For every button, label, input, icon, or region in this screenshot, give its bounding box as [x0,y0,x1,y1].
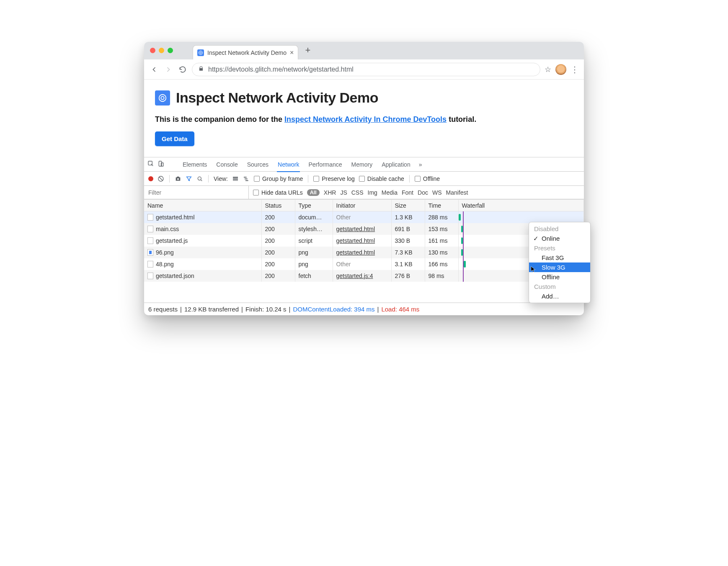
devtools-tab-sources[interactable]: Sources [246,157,269,172]
initiator-link[interactable]: getstarted.html [336,226,375,232]
type-filter-img[interactable]: Img [368,189,377,196]
intro-text-post: tutorial. [449,115,476,123]
view-large-icon[interactable] [232,175,239,182]
status-load: Load: 464 ms [381,306,419,313]
cell-status: 200 [261,247,295,258]
cell-time: 98 ms [425,270,458,282]
svg-rect-12 [233,180,238,180]
reload-button[interactable] [178,65,188,74]
filter-input[interactable] [144,186,249,199]
cell-status: 200 [261,211,295,223]
type-filter-js[interactable]: JS [340,189,347,196]
menu-section-disabled: Disabled [529,224,590,234]
devtools-tab-elements[interactable]: Elements [182,157,208,172]
table-row[interactable]: getstarted.js200scriptgetstarted.html330… [144,235,584,247]
back-button[interactable] [149,65,159,74]
clear-icon[interactable] [157,175,164,182]
tutorial-link[interactable]: Inspect Network Activity In Chrome DevTo… [284,115,447,123]
filter-icon[interactable] [186,175,192,182]
type-filter-ws[interactable]: WS [432,189,442,196]
minimize-window-icon[interactable] [159,48,164,53]
type-filter-all[interactable]: All [307,189,320,196]
column-header-time[interactable]: Time [425,200,458,211]
type-filter-media[interactable]: Media [382,189,398,196]
table-row[interactable]: getstarted.json200fetchgetstarted.js:427… [144,270,584,282]
svg-point-1 [200,52,201,54]
menu-option-slow-3g[interactable]: Slow 3G [529,262,590,272]
table-row[interactable]: 96.png200pnggetstarted.html7.3 KB130 ms [144,247,584,258]
tab-strip: Inspect Network Activity Demo × + [144,42,584,59]
address-bar[interactable]: https://devtools.glitch.me/network/getst… [192,63,540,76]
initiator-link[interactable]: getstarted.html [336,249,375,256]
svg-point-0 [199,51,203,54]
table-row[interactable]: main.css200stylesh…getstarted.html691 B1… [144,223,584,235]
window-controls[interactable] [150,48,173,53]
forward-button[interactable] [163,65,173,74]
search-icon[interactable] [196,175,203,182]
svg-rect-15 [245,180,248,181]
status-dcl: DOMContentLoaded: 394 ms [293,306,374,313]
offline-checkbox[interactable]: Offline [415,175,440,182]
cell-time: 288 ms [425,211,458,223]
column-header-size[interactable]: Size [391,200,425,211]
menu-option-fast-3g[interactable]: Fast 3G [529,253,590,262]
file-name: 48.png [156,261,174,268]
device-toggle-icon[interactable] [157,160,164,168]
devtools-tab-console[interactable]: Console [215,157,238,172]
close-tab-icon[interactable]: × [290,49,294,56]
page-title: Inspect Network Activity Demo [176,90,378,106]
cell-size: 7.3 KB [391,247,425,258]
devtools-tab-network[interactable]: Network [277,157,300,172]
cell-initiator: Other [333,211,391,223]
view-waterfall-icon[interactable] [243,175,250,182]
type-filter-xhr[interactable]: XHR [324,189,336,196]
group-by-frame-checkbox[interactable]: Group by frame [254,175,303,182]
cell-time: 153 ms [425,223,458,235]
type-filter-doc[interactable]: Doc [418,189,428,196]
browser-toolbar: https://devtools.glitch.me/network/getst… [144,59,584,80]
close-window-icon[interactable] [150,48,155,53]
cell-status: 200 [261,235,295,247]
type-filter-font[interactable]: Font [402,189,413,196]
browser-menu-icon[interactable]: ⋮ [571,64,579,75]
bookmark-icon[interactable]: ☆ [545,65,551,74]
devtools-tab-bar: ElementsConsoleSourcesNetworkPerformance… [144,157,584,172]
menu-option-offline[interactable]: Offline [529,272,590,282]
type-filter-manifest[interactable]: Manifest [446,189,468,196]
initiator-link[interactable]: getstarted.html [336,237,375,244]
column-header-type[interactable]: Type [295,200,333,211]
file-icon [147,273,153,279]
screenshot-icon[interactable] [175,175,181,182]
type-filter-css[interactable]: CSS [351,189,364,196]
menu-option-add[interactable]: Add… [529,291,590,301]
cell-time: 166 ms [425,258,458,270]
view-label: View: [214,175,228,182]
file-name: getstarted.js [156,237,188,244]
hide-data-urls-checkbox[interactable]: Hide data URLs [253,189,303,196]
column-header-name[interactable]: Name [144,200,261,211]
get-data-button[interactable]: Get Data [155,131,194,146]
inspect-element-icon[interactable] [147,160,154,168]
devtools-tab-performance[interactable]: Performance [307,157,343,172]
svg-rect-13 [244,177,247,178]
cell-type: png [295,258,333,270]
menu-option-online[interactable]: Online [529,234,590,243]
cell-status: 200 [261,270,295,282]
maximize-window-icon[interactable] [168,48,173,53]
initiator-link[interactable]: getstarted.js:4 [336,273,373,279]
preserve-log-checkbox[interactable]: Preserve log [313,175,355,182]
browser-tab[interactable]: Inspect Network Activity Demo × [193,45,298,59]
record-icon[interactable] [148,176,153,181]
column-header-initiator[interactable]: Initiator [333,200,391,211]
devtools-tab-memory[interactable]: Memory [351,157,374,172]
devtools-tab-application[interactable]: Application [381,157,411,172]
table-row[interactable]: 48.png200pngOther3.1 KB166 ms [144,258,584,270]
column-header-waterfall[interactable]: Waterfall [458,200,584,211]
column-header-status[interactable]: Status [261,200,295,211]
disable-cache-checkbox[interactable]: Disable cache [359,175,404,182]
more-tabs-icon[interactable]: » [419,161,422,168]
table-row[interactable]: getstarted.html200docum…Other1.3 KB288 m… [144,211,584,223]
cell-initiator: getstarted.js:4 [333,270,391,282]
profile-avatar[interactable] [555,64,566,75]
new-tab-button[interactable]: + [305,45,310,57]
